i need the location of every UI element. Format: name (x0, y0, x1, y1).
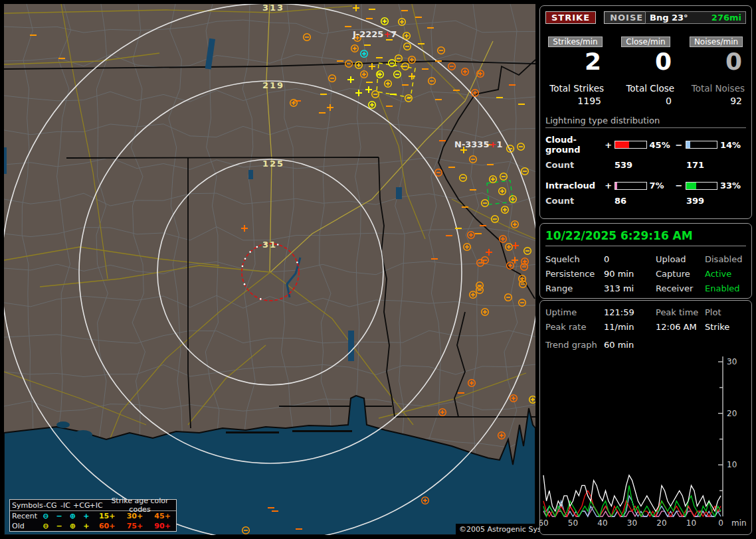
legend-recent-label: Recent (10, 512, 39, 520)
legend-ic-plus-header: +IC (88, 501, 104, 510)
svg-text:20: 20 (656, 518, 666, 528)
ic-minus-percent: 33% (720, 181, 746, 191)
cg-minus-bar (686, 141, 717, 149)
legend-symbol-+CG: ⊕ (66, 512, 79, 520)
close-per-min-chip[interactable]: Close/min (621, 37, 670, 47)
strike-button[interactable]: STRIKE (545, 11, 596, 24)
counters-panel: STRIKE NOISE Bng 23° 276mi Strikes/min C… (539, 5, 752, 219)
count-label: Count (545, 160, 614, 170)
legend-row-old: Old ⊖−⊕+60+75+90+ (10, 521, 176, 531)
legend-symbol--CG: ⊖ (39, 512, 52, 520)
intracloud-row: Intracloud + 7% − 33% (545, 181, 746, 191)
legend-symbol--IC: − (52, 512, 66, 520)
age-code-90+: 90+ (148, 522, 176, 530)
plus-sign: + (605, 140, 612, 150)
squelch-label: Squelch (545, 254, 604, 264)
receiver-label: Receiver (656, 283, 705, 293)
capture-status: Active (705, 269, 746, 279)
datetime-display: 10/22/2025 6:29:16 AM (545, 229, 746, 246)
intracloud-count-row: Count 86 399 (545, 196, 746, 206)
bearing-value: Bng 23° (650, 13, 688, 23)
svg-text:10: 10 (686, 518, 696, 528)
svg-text:0: 0 (718, 518, 723, 528)
age-code-15+: 15+ (93, 512, 121, 520)
persistence-value: 90 min (604, 269, 656, 279)
legend-row-recent: Recent ⊖−⊕+15+30+45+ (10, 511, 176, 521)
capture-label: Capture (656, 269, 705, 279)
minus-sign: − (676, 140, 683, 150)
svg-text:313: 313 (262, 4, 284, 13)
cg-plus-count: 539 (614, 160, 686, 170)
noises-per-min-value: 0 (681, 50, 751, 74)
distribution-title: Lightning type distribution (545, 116, 746, 128)
svg-text:30: 30 (627, 518, 637, 528)
svg-text:40: 40 (597, 518, 607, 528)
svg-text:50: 50 (568, 518, 578, 528)
ic-plus-percent: 7% (650, 181, 676, 191)
strikes-per-min-value: 2 (540, 50, 611, 74)
noise-button[interactable]: NOISE (604, 11, 649, 24)
svg-text:N-3335+1: N-3335+1 (454, 139, 502, 149)
cg-minus-percent: 14% (720, 140, 746, 150)
age-code-30+: 30+ (121, 512, 149, 520)
total-close-value: 0 (611, 96, 681, 106)
ic-plus-count: 86 (614, 196, 686, 206)
legend-symbol-+CG: ⊕ (66, 522, 79, 530)
lightning-map[interactable]: 31321912531J-2225+7N-3335+1 Symbols -CG … (4, 4, 535, 535)
noises-per-min-chip[interactable]: Noises/min (690, 37, 743, 47)
cloud-ground-label: Cloud-ground (545, 135, 605, 155)
cloud-ground-count-row: Count 539 171 (545, 160, 746, 170)
plus-sign: + (605, 181, 612, 191)
legend-symbol-+IC: + (80, 512, 93, 520)
total-noises-value: 92 (681, 96, 751, 106)
legend-symbols-header: Symbols (10, 501, 43, 510)
legend-cg-plus-header: +CG (73, 501, 88, 510)
symbol-legend: Symbols -CG -IC +CG +IC Strike age color… (9, 499, 177, 532)
legend-old-label: Old (10, 522, 39, 530)
svg-text:min: min (731, 518, 747, 528)
legend-symbol-+IC: + (80, 522, 93, 530)
intracloud-label: Intracloud (545, 181, 605, 191)
persistence-label: Persistence (545, 269, 604, 279)
upload-status: Disabled (705, 254, 746, 264)
distance-value: 276mi (711, 13, 741, 23)
range-value: 313 mi (604, 283, 656, 293)
status-panel: 10/22/2025 6:29:16 AM Squelch 0 Upload D… (539, 223, 752, 299)
cg-plus-bar (614, 141, 646, 149)
upload-label: Upload (656, 254, 705, 264)
svg-text:20: 20 (727, 409, 737, 418)
squelch-value: 0 (604, 254, 656, 264)
cg-plus-percent: 45% (650, 140, 676, 150)
close-per-min-value: 0 (611, 50, 681, 74)
strikes-per-min-chip[interactable]: Strikes/min (548, 37, 602, 47)
total-close-label: Total Close (611, 83, 681, 94)
total-strikes-label: Total Strikes (540, 83, 611, 94)
trend-panel: Uptime 121:59 Peak time Plot Peak rate 1… (539, 300, 752, 535)
count-label: Count (545, 196, 614, 206)
age-code-45+: 45+ (148, 512, 176, 520)
legend-symbol--IC: − (52, 522, 66, 530)
legend-ic-minus-header: -IC (58, 501, 73, 510)
ic-minus-count: 399 (686, 196, 704, 206)
ic-minus-bar (686, 182, 717, 190)
age-code-60+: 60+ (93, 522, 121, 530)
svg-text:60: 60 (539, 518, 549, 528)
minus-sign: − (676, 181, 683, 191)
bearing-distance-box: Bng 23° 276mi (645, 11, 746, 24)
total-noises-label: Total Noises (681, 83, 751, 94)
svg-text:30: 30 (727, 357, 737, 366)
svg-text:J-2225+7: J-2225+7 (352, 29, 397, 39)
ic-plus-bar (614, 182, 646, 190)
range-label: Range (545, 283, 604, 293)
svg-text:31: 31 (262, 240, 277, 250)
legend-header-row: Symbols -CG -IC +CG +IC Strike age color… (10, 500, 176, 511)
total-strikes-value: 1195 (540, 96, 611, 106)
cloud-ground-row: Cloud-ground + 45% − 14% (545, 135, 746, 155)
app-window: { "header": { "strike_button": "STRIKE",… (0, 0, 756, 539)
map-canvas: 31321912531J-2225+7N-3335+1 (4, 4, 535, 535)
legend-symbol--CG: ⊖ (39, 522, 52, 530)
svg-text:125: 125 (262, 159, 284, 169)
trend-graph: 1020306050403020100min (539, 300, 751, 534)
age-code-75+: 75+ (121, 522, 149, 530)
receiver-status: Enabled (705, 283, 746, 293)
